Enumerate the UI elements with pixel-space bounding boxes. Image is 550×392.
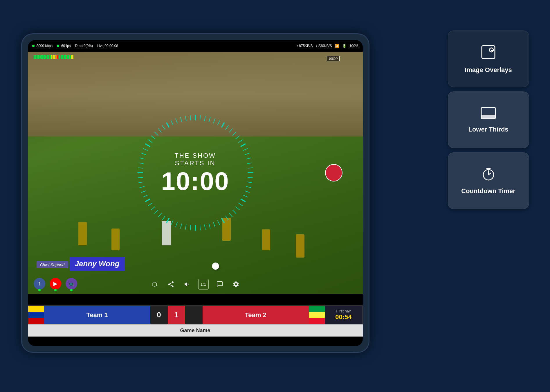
svg-line-2 — [204, 116, 205, 121]
live-indicator: Live 00:00:08 — [97, 44, 118, 48]
image-overlay-icon — [480, 44, 496, 63]
audio-meter — [34, 54, 73, 60]
audio-seg-26 — [71, 55, 72, 59]
lower-thirds-button[interactable]: Lower Thirds — [448, 91, 529, 148]
live-value: Live 00:00:08 — [97, 44, 118, 48]
game-name: Game Name — [180, 328, 210, 334]
svg-line-6 — [222, 123, 224, 127]
score-row: Team 1 0 1 Team 2 First half 00:54 — [28, 305, 363, 324]
audio-seg-2 — [35, 55, 36, 59]
audio-seg-1 — [34, 55, 35, 59]
audio-button[interactable] — [182, 279, 192, 289]
countdown-timer-button[interactable]: Countdown Timer — [448, 152, 529, 209]
svg-line-9 — [232, 132, 236, 135]
youtube-icon[interactable]: ▶ — [50, 278, 61, 289]
facebook-icon[interactable]: f — [34, 278, 45, 289]
lt-title: Chief Support — [37, 261, 68, 268]
audio-seg-24 — [68, 55, 69, 59]
audio-seg-4 — [38, 55, 39, 59]
audio-seg-20 — [62, 55, 63, 59]
audio-seg-12 — [50, 55, 51, 59]
svg-line-24 — [241, 199, 245, 202]
download-speed: ↓ 230KB/S — [315, 44, 332, 48]
audio-seg-11 — [48, 55, 49, 59]
share-icon — [167, 281, 174, 288]
countdown-label: THE SHOW STARTS IN — [161, 152, 229, 167]
drop-indicator: Drop:0(0%) — [75, 44, 93, 48]
svg-line-58 — [141, 153, 145, 154]
countdown-container: THE SHOW STARTS IN 10:00 — [134, 112, 256, 234]
svg-line-10 — [236, 136, 239, 139]
audio-seg-22 — [65, 55, 66, 59]
social-bar: f ▶ 📺 — [34, 278, 77, 289]
svg-line-66 — [167, 123, 169, 127]
audio-seg-17 — [57, 55, 58, 59]
svg-line-48 — [145, 199, 149, 202]
player-2 — [111, 229, 120, 250]
resolution-badge: 1080P — [327, 56, 340, 61]
svg-line-11 — [239, 140, 242, 142]
player-5 — [262, 229, 270, 250]
svg-line-44 — [158, 213, 161, 217]
countdown-text: THE SHOW STARTS IN 10:00 — [161, 152, 229, 194]
svg-line-60 — [145, 144, 149, 146]
score-row-container: Team 1 0 1 Team 2 First half 00:54 ✓ ✛ — [28, 305, 363, 324]
audio-seg-14 — [53, 55, 54, 59]
audio-seg-7 — [42, 55, 44, 59]
audio-seg-18 — [59, 55, 60, 59]
svg-line-37 — [190, 225, 190, 230]
lower-thirds-icon — [480, 107, 496, 122]
svg-line-31 — [217, 221, 219, 225]
chat-button[interactable] — [214, 279, 225, 289]
audio-seg-10 — [47, 55, 48, 59]
share-button[interactable] — [166, 279, 176, 289]
red-circle-button[interactable] — [325, 164, 342, 181]
drop-value: Drop:0(0%) — [75, 44, 93, 48]
wifi-icon: 📶 — [335, 44, 339, 48]
tablet-frame: 8000 kbps 60 fps Drop:0(0%) Live 00:00:0… — [21, 33, 369, 353]
image-overlays-button[interactable]: Image Overlays — [448, 30, 529, 87]
svg-line-28 — [229, 213, 232, 217]
svg-line-34 — [204, 225, 205, 229]
battery-icon: 🔋 — [342, 44, 347, 48]
bitrate-indicator: 8000 kbps — [32, 44, 53, 48]
svg-line-39 — [180, 224, 181, 228]
layers-button[interactable]: ⬡ — [149, 279, 160, 289]
svg-line-14 — [245, 153, 249, 154]
countdown-time: 10:00 — [161, 168, 229, 194]
svg-line-19 — [248, 177, 253, 178]
svg-line-51 — [140, 186, 144, 188]
audio-seg-8 — [44, 55, 45, 59]
audio-seg-19 — [61, 55, 62, 59]
audio-seg-21 — [64, 55, 65, 59]
svg-line-27 — [232, 210, 236, 213]
audio-icon — [184, 281, 191, 288]
game-name-bar: Game Name — [28, 324, 363, 337]
game-timer: 00:54 — [335, 313, 351, 321]
fps-value: 60 fps — [61, 44, 71, 48]
svg-line-29 — [226, 216, 228, 220]
svg-line-61 — [148, 140, 152, 142]
audio-seg-16 — [55, 55, 57, 59]
svg-line-46 — [151, 207, 155, 210]
lt-name: Jenny Wong — [70, 257, 125, 271]
svg-line-4 — [213, 119, 215, 123]
svg-line-32 — [213, 222, 215, 227]
team1-score: 0 — [150, 306, 168, 324]
svg-line-3 — [209, 117, 210, 122]
svg-line-67 — [171, 121, 173, 125]
status-right: ↑ 875KB/S ↓ 230KB/S 📶 🔋 100% — [296, 44, 358, 48]
svg-line-53 — [138, 177, 143, 178]
ratio-button[interactable]: 1:1 — [198, 279, 209, 289]
twitch-icon[interactable]: 📺 — [66, 278, 77, 289]
facebook-live-dot — [38, 289, 41, 291]
svg-line-49 — [143, 195, 147, 197]
svg-line-64 — [158, 129, 161, 132]
svg-rect-72 — [482, 46, 495, 59]
svg-line-22 — [245, 191, 249, 192]
right-panel: Image Overlays Lower Thirds — [448, 30, 529, 209]
video-area: 1080P THE SHOW STARTS IN — [28, 52, 363, 294]
settings-button[interactable] — [231, 279, 241, 289]
svg-line-52 — [139, 182, 143, 183]
svg-line-69 — [180, 117, 181, 122]
